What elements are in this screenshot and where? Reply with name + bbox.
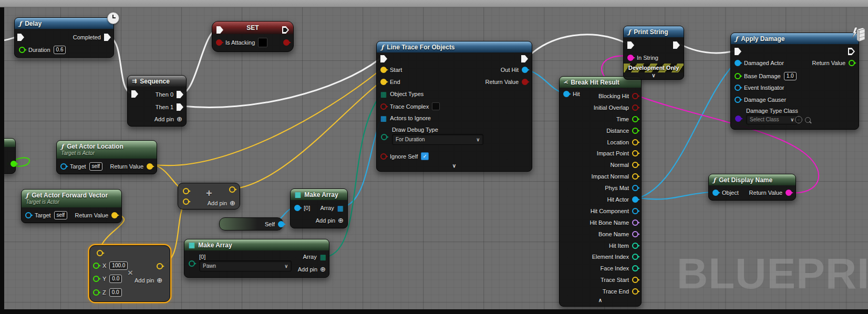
exec-in-pin[interactable] <box>17 34 24 41</box>
node-vector-multiply[interactable]: X 100.0 Y 0.0 Z 0.0 × Add pin ⊕ <box>89 245 170 302</box>
exec-in-pin[interactable] <box>380 55 387 62</box>
data-out-pin[interactable] <box>632 139 638 145</box>
multiply-output-pin[interactable] <box>157 263 163 269</box>
return-value-pin[interactable] <box>786 190 792 196</box>
node-self[interactable]: Self <box>219 217 283 231</box>
browse-search-icon[interactable] <box>805 117 811 123</box>
use-selected-icon[interactable]: ← <box>795 116 802 123</box>
node-delay[interactable]: ƒ Delay Completed Duration 0.6 <box>14 17 114 58</box>
out-hit-pin[interactable] <box>522 67 528 73</box>
exec-out-pin[interactable] <box>848 48 855 55</box>
return-value-pin[interactable] <box>147 163 153 170</box>
data-out-pin[interactable] <box>632 208 638 214</box>
data-out-pin[interactable] <box>632 128 638 134</box>
add-input-a-pin[interactable] <box>183 188 189 194</box>
collapse-advanced-chevron[interactable]: ∨ <box>624 73 684 78</box>
data-out-pin[interactable] <box>632 196 638 203</box>
add-pin-button[interactable]: Add pin ⊕ <box>291 215 347 226</box>
z-value-field[interactable]: 0.0 <box>109 288 122 297</box>
exec-out-pin-completed[interactable] <box>104 34 111 41</box>
self-out-pin[interactable] <box>278 221 284 227</box>
data-out-pin[interactable] <box>632 173 638 180</box>
actors-to-ignore-pin[interactable]: ▦ <box>380 116 387 121</box>
node-sequence[interactable]: ⇉ Sequence Then 0 Then 1 Add pin ⊕ <box>127 75 187 127</box>
x-value-field[interactable]: 100.0 <box>109 261 128 270</box>
base-damage-value-field[interactable]: 1.0 <box>784 72 797 80</box>
target-value-field[interactable]: self <box>54 211 68 219</box>
in-string-pin[interactable] <box>627 55 634 61</box>
return-value-pin[interactable] <box>111 212 118 218</box>
damage-type-class-pin[interactable] <box>735 116 741 122</box>
end-pin[interactable] <box>380 79 387 85</box>
multiply-input-a-pin[interactable] <box>97 250 103 256</box>
data-out-pin[interactable] <box>632 185 638 191</box>
ignore-self-checkbox[interactable] <box>421 152 429 160</box>
x-pin[interactable] <box>93 263 99 269</box>
base-damage-pin[interactable] <box>735 73 741 79</box>
return-value-pin[interactable] <box>522 79 528 85</box>
array-out-pin[interactable]: ▦ <box>320 254 326 260</box>
data-out-pin[interactable] <box>632 150 638 156</box>
add-output-pin[interactable] <box>229 186 235 193</box>
object-type-dropdown[interactable]: Pawn ∨ <box>199 260 292 271</box>
data-out-pin[interactable] <box>632 104 638 111</box>
element-0-pin[interactable] <box>189 260 195 267</box>
float-pin[interactable] <box>11 161 17 167</box>
draw-debug-type-dropdown[interactable]: For Duration ∨ <box>392 134 483 145</box>
exec-out-pin-then1[interactable] <box>177 103 183 111</box>
add-pin-button[interactable]: Add pin ⊕ <box>208 200 235 206</box>
hit-in-pin[interactable] <box>563 91 570 97</box>
exec-in-pin[interactable] <box>627 41 634 49</box>
duration-value-field[interactable]: 0.6 <box>54 46 66 54</box>
node-break-hit-result[interactable]: -< Break Hit Result Hit Blocking Hit Ini… <box>559 76 642 307</box>
z-pin[interactable] <box>93 289 99 296</box>
event-instigator-pin[interactable] <box>735 85 741 91</box>
blueprint-graph-canvas[interactable]: BLUEPRINT ƒ Delay Comple <box>0 0 868 314</box>
bool-out-pin[interactable] <box>283 39 290 46</box>
data-out-pin[interactable] <box>632 231 638 237</box>
object-types-pin[interactable]: ▦ <box>380 91 387 97</box>
data-out-pin[interactable] <box>632 162 638 168</box>
select-class-dropdown[interactable]: Select Class ∨ <box>746 114 798 124</box>
data-out-pin[interactable] <box>632 277 638 283</box>
node-get-actor-forward-vector[interactable]: ƒ Get Actor Forward Vector Target is Act… <box>21 189 122 223</box>
data-out-pin[interactable] <box>632 219 638 226</box>
draw-debug-type-pin[interactable] <box>381 134 387 140</box>
damaged-actor-pin[interactable] <box>735 60 741 66</box>
data-out-pin[interactable] <box>632 243 638 249</box>
add-pin-button[interactable]: Add pin ⊕ <box>298 266 326 273</box>
target-pin[interactable] <box>25 212 32 218</box>
element-0-pin[interactable] <box>294 205 301 211</box>
node-make-array-2[interactable]: ▦ Make Array [0] Pawn ∨ Array ▦ Add pin … <box>184 239 329 278</box>
exec-in-pin[interactable] <box>735 48 741 55</box>
exec-out-pin[interactable] <box>521 55 528 62</box>
exec-out-pin-then0[interactable] <box>177 91 183 98</box>
data-out-pin[interactable] <box>632 254 638 260</box>
node-make-array-1[interactable]: ▦ Make Array [0] Array ▦ Add pin ⊕ <box>290 189 348 228</box>
object-pin[interactable] <box>712 190 719 196</box>
node-set-is-attacking[interactable]: SET Is Attacking <box>212 21 294 52</box>
node-vector-add[interactable]: + Add pin ⊕ <box>178 183 240 210</box>
data-out-pin[interactable] <box>632 288 638 295</box>
exec-out-pin[interactable] <box>673 41 680 49</box>
add-input-b-pin[interactable] <box>183 198 189 205</box>
y-value-field[interactable]: 0.0 <box>109 275 122 283</box>
damage-causer-pin[interactable] <box>735 97 741 103</box>
array-out-pin[interactable]: ▦ <box>337 205 344 211</box>
node-get-actor-location[interactable]: ƒ Get Actor Location Target is Actor Tar… <box>56 140 157 174</box>
node-get-display-name[interactable]: ƒ Get Display Name Object Return Value <box>708 174 796 201</box>
start-pin[interactable] <box>380 67 387 73</box>
add-pin-button[interactable]: Add pin ⊕ <box>135 277 162 284</box>
return-value-pin[interactable] <box>849 60 855 66</box>
data-out-pin[interactable] <box>632 116 638 122</box>
data-out-pin[interactable] <box>632 93 638 99</box>
trace-complex-pin[interactable] <box>380 103 387 110</box>
add-pin-button[interactable]: Add pin ⊕ <box>128 113 186 125</box>
data-out-pin[interactable] <box>632 265 638 271</box>
node-line-trace-for-objects[interactable]: ƒ Line Trace For Objects Start Out Hit E… <box>376 41 532 172</box>
is-attacking-checkbox[interactable] <box>258 38 267 47</box>
y-pin[interactable] <box>93 276 99 282</box>
collapse-advanced-chevron[interactable]: ∨ <box>377 163 532 169</box>
trace-complex-checkbox[interactable] <box>432 102 440 110</box>
bool-in-pin[interactable] <box>216 39 222 46</box>
